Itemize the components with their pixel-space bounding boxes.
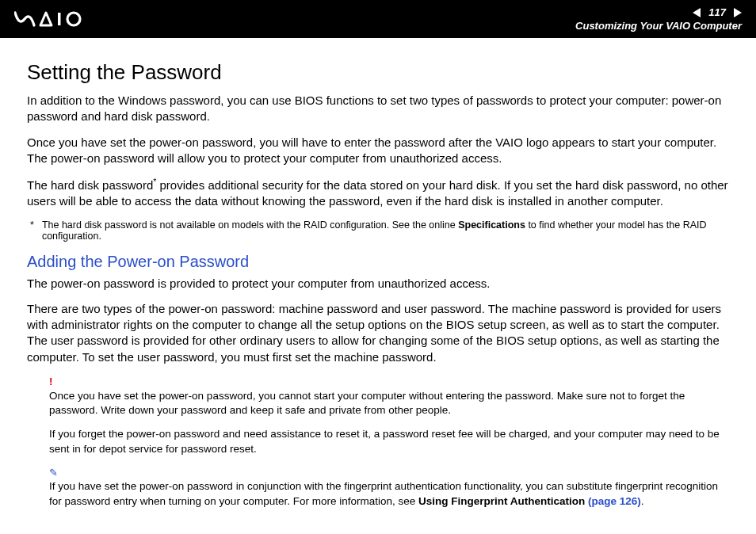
text-bold: Using Fingerprint Authentication [418,495,588,507]
tip-text: If you have set the power-on password in… [49,479,729,508]
page-navigator: 117 [575,6,742,18]
text: The hard disk password [27,178,153,192]
header-right: 117 Customizing Your VAIO Computer [575,6,742,32]
page-header: 117 Customizing Your VAIO Computer [0,0,756,38]
vaio-logo [14,10,94,28]
page-content: Setting the Password In addition to the … [0,38,756,534]
warning-icon: ! [49,375,729,389]
prev-page-icon[interactable] [693,8,701,17]
warning-text: If you forget the power-on password and … [49,427,729,456]
text: . [641,495,644,507]
text: The hard disk password is not available … [42,219,458,231]
section-heading: Adding the Power-on Password [27,253,729,271]
page-reference-link[interactable]: (page 126) [588,495,641,507]
svg-rect-0 [58,13,61,25]
paragraph: There are two types of the power-on pass… [27,301,729,365]
footnote-mark: * [30,219,34,242]
paragraph: The hard disk password* provides additio… [27,176,729,210]
tip-icon: ✎ [49,466,729,480]
paragraph: Once you have set the power-on password,… [27,135,729,167]
warning-text: Once you have set the power-on password,… [49,389,729,418]
text-bold: Specifications [458,219,525,231]
footnote-text: The hard disk password is not available … [42,219,729,242]
warning-block: ! Once you have set the power-on passwor… [27,375,729,509]
next-page-icon[interactable] [734,8,742,17]
paragraph: The power-on password is provided to pro… [27,276,729,292]
page-number: 117 [705,6,729,18]
paragraph: In addition to the Windows password, you… [27,93,729,125]
footnote: * The hard disk password is not availabl… [27,219,729,242]
page-title: Setting the Password [27,60,729,85]
svg-point-1 [67,13,80,25]
breadcrumb: Customizing Your VAIO Computer [575,20,742,32]
